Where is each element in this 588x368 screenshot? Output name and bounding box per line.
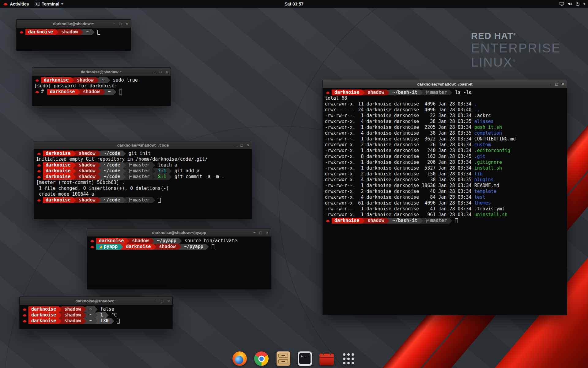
maximize-button[interactable]: □ — [119, 22, 122, 26]
powerline-separator-icon — [169, 174, 172, 180]
file-name: .ackrc — [474, 113, 491, 118]
maximize-button[interactable]: □ — [159, 70, 162, 74]
powerline-separator-icon — [153, 244, 156, 250]
file-list-row: drwxrwxr-x. 4 darknoise darknoise 38 Jan… — [325, 119, 565, 125]
minimize-button[interactable]: − — [153, 70, 155, 74]
command-text: git add a — [172, 168, 199, 174]
window-titlebar[interactable]: darknoise@shadow:~/code−□× — [34, 141, 252, 149]
redhat-icon — [3, 2, 8, 6]
powerline-separator-icon — [84, 312, 86, 318]
minimize-button[interactable]: − — [253, 231, 256, 235]
activities-button[interactable]: Activities — [3, 0, 29, 8]
files-dock-button[interactable] — [276, 351, 290, 366]
maximize-button[interactable]: □ — [260, 231, 262, 235]
window-titlebar[interactable]: darknoise@shadow:~/pyapp−□× — [87, 228, 271, 237]
app-menu-terminal[interactable]: Terminal ▾ — [35, 0, 63, 8]
prompt-segment-git-branch: master — [423, 90, 450, 95]
powerline-separator-icon — [73, 197, 76, 203]
app-menu-label: Terminal — [42, 2, 59, 6]
powerline-separator-icon — [84, 318, 86, 324]
terminal-screen[interactable]: darknoiseshadow~/code git initInitialize… — [34, 149, 252, 219]
minimize-button[interactable]: − — [113, 22, 115, 26]
command-text: sudo true — [110, 77, 138, 83]
window-titlebar[interactable]: darknoise@shadow:~−□× — [17, 20, 131, 28]
window-titlebar[interactable]: darknoise@shadow:~/bash-it−□× — [323, 80, 567, 88]
toolbox-dock-button[interactable] — [319, 351, 334, 366]
redhat-prompt-icon — [35, 79, 40, 82]
file-name: install.sh — [474, 165, 502, 171]
minimize-button[interactable]: − — [549, 82, 552, 86]
file-name: .git — [474, 154, 485, 159]
terminal-window-home-2: darknoise@shadow:~−□×darknoiseshadow~ fa… — [19, 297, 173, 329]
redhat-prompt-icon — [19, 30, 24, 34]
powerline-separator-icon — [95, 318, 98, 324]
file-list-row: drwxrwxr-x. 4 darknoise darknoise 38 Jan… — [325, 130, 565, 136]
terminal-screen[interactable]: darknoiseshadow~ falsedarknoiseshadow~1 … — [20, 305, 172, 329]
prompt-segment-path: ~/code — [101, 174, 123, 180]
maximize-button[interactable]: □ — [161, 299, 164, 303]
powerline-separator-icon — [123, 151, 126, 156]
display-icon — [560, 2, 564, 6]
file-name: aliases — [474, 119, 494, 124]
powerline-separator-icon — [98, 151, 101, 156]
powerline-separator-icon — [450, 218, 452, 224]
window-titlebar[interactable]: darknoise@shadow:~−□× — [32, 68, 171, 76]
command-text: ^C — [109, 312, 117, 318]
shell-prompt-line: darknoiseshadow~/bash-itmaster ls -la — [325, 90, 565, 95]
clock[interactable]: Sat 03:57 — [285, 2, 303, 6]
powerline-separator-icon — [106, 312, 109, 318]
git-branch-icon — [129, 163, 132, 167]
activities-label: Activities — [10, 2, 29, 6]
powerline-separator-icon — [387, 218, 390, 224]
prompt-segment-git-branch: master — [126, 174, 153, 180]
redhat-prompt-icon — [22, 308, 27, 311]
window-title: darknoise@shadow:~ — [81, 70, 122, 74]
terminal-screen[interactable]: darknoiseshadow~/bash-itmaster ls -latot… — [323, 88, 567, 315]
close-button[interactable]: × — [167, 299, 170, 303]
prompt-segment-user: darknoise — [43, 174, 73, 180]
prompt-segment-host: shadow — [76, 168, 98, 174]
close-button[interactable]: × — [165, 70, 168, 74]
powerline-separator-icon — [153, 163, 155, 168]
powerline-separator-icon — [169, 168, 172, 174]
terminal-screen[interactable]: darknoiseshadow~ — [17, 28, 131, 51]
prompt-segment-path: ~/bash-it — [390, 90, 420, 95]
close-button[interactable]: × — [247, 143, 249, 147]
system-status-area[interactable]: ▾ — [560, 2, 585, 6]
prompt-segment-path: ~/code — [101, 162, 123, 168]
maximize-button[interactable]: □ — [241, 143, 243, 147]
powerline-separator-icon — [98, 163, 101, 168]
shell-prompt-line: pyappdarknoiseshadow~/pyapp — [89, 244, 269, 250]
redhat-prompt-icon — [35, 90, 40, 94]
maximize-button[interactable]: □ — [556, 82, 558, 86]
terminal-screen[interactable]: darknoiseshadow~/pyapp source bin/activa… — [87, 237, 271, 289]
minimize-button[interactable]: − — [234, 143, 237, 147]
prompt-segment-user: darknoise — [123, 244, 153, 250]
prompt-segment-path: ~ — [86, 306, 95, 312]
powerline-separator-icon — [420, 90, 423, 95]
prompt-segment-host: shadow — [365, 90, 387, 95]
window-controls: −□× — [153, 68, 168, 76]
file-list-row: drwxrwxr-x. 61 darknoise darknoise 4096 … — [325, 200, 565, 206]
command-text: git init — [126, 151, 151, 156]
close-button[interactable]: × — [266, 231, 268, 235]
git-branch-icon — [129, 175, 132, 179]
chrome-dock-button[interactable] — [254, 351, 269, 366]
command-text: ls -la — [452, 90, 472, 95]
file-name: themes — [474, 200, 491, 206]
terminal-screen[interactable]: darknoiseshadow~ sudo true[sudo] passwor… — [32, 76, 171, 106]
redhat-prompt-icon — [90, 239, 95, 243]
terminal-window-code: darknoise@shadow:~/code−□×darknoiseshado… — [34, 141, 252, 219]
powerline-separator-icon — [362, 218, 365, 224]
window-titlebar[interactable]: darknoise@shadow:~−□× — [20, 297, 172, 305]
appgrid-dock-button[interactable] — [341, 351, 356, 366]
close-button[interactable]: × — [562, 82, 564, 86]
file-list-row: -rwxrwxr-x. 1 darknoise darknoise 5327 J… — [325, 165, 565, 171]
close-button[interactable]: × — [126, 22, 128, 26]
firefox-dock-button[interactable] — [232, 351, 247, 366]
powerline-separator-icon — [111, 318, 114, 324]
minimize-button[interactable]: − — [155, 299, 157, 303]
file-list-row: -rw-rw-r--. 1 darknoise darknoise 41 Jan… — [325, 206, 565, 212]
powerline-separator-icon — [206, 244, 209, 250]
terminal-dock-button[interactable] — [298, 351, 312, 366]
